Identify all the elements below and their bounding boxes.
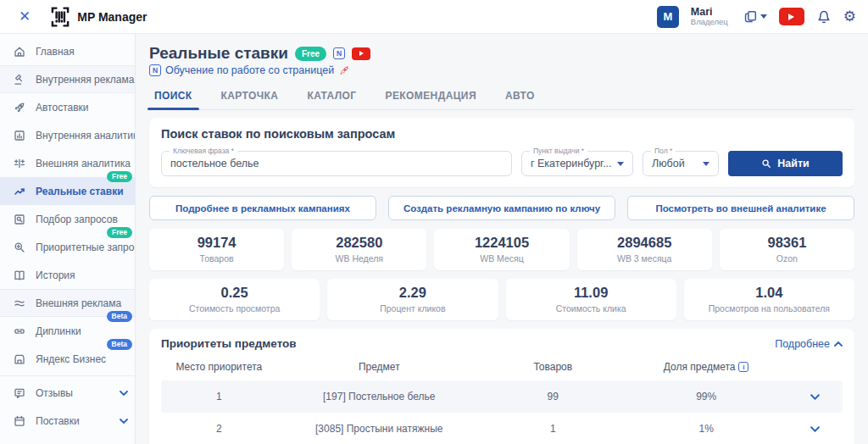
search-box-icon bbox=[13, 213, 26, 226]
sidebar-item-history[interactable]: История bbox=[0, 261, 135, 289]
table-header: Место приоритета Предмет Товаров Доля пр… bbox=[161, 350, 843, 380]
tab-recommendation[interactable]: РЕКОМЕНДАЦИЯ bbox=[384, 85, 478, 109]
row-share: 99% bbox=[625, 391, 788, 402]
link-icon bbox=[13, 325, 26, 338]
tab-auto[interactable]: АВТО bbox=[504, 85, 537, 109]
row-subject: [197] Постельное белье bbox=[277, 391, 481, 402]
chevron-down-icon bbox=[120, 391, 128, 396]
chevron-down-icon bbox=[120, 419, 128, 424]
chevron-down-icon bbox=[703, 162, 709, 166]
find-button-label: Найти bbox=[777, 158, 809, 169]
tab-card[interactable]: КАРТОЧКА bbox=[220, 85, 281, 109]
stat-label: Товаров bbox=[149, 253, 284, 264]
close-icon[interactable]: ✕ bbox=[19, 8, 31, 25]
chevron-down-icon bbox=[617, 162, 624, 166]
sidebar-item-label: Внутренняя реклама bbox=[36, 74, 134, 86]
avatar[interactable]: M bbox=[657, 6, 679, 28]
chevron-down-icon[interactable] bbox=[810, 426, 820, 432]
external-analytics-button[interactable]: Посмотреть во внешней аналитике bbox=[627, 196, 854, 220]
pickup-point-label: Пункт выдачи * bbox=[530, 147, 587, 155]
sidebar-item-yandex-business[interactable]: Яндекс Бизнес Beta bbox=[0, 345, 135, 373]
col-header-products: Товаров bbox=[481, 361, 625, 373]
stat-label: Стоимость просмотра bbox=[149, 303, 320, 314]
rocket-emoji-icon bbox=[338, 64, 350, 76]
bell-icon[interactable] bbox=[816, 9, 832, 25]
youtube-button[interactable] bbox=[779, 8, 804, 25]
tab-catalog[interactable]: КАТАЛОГ bbox=[305, 85, 358, 109]
chevron-down-icon[interactable] bbox=[810, 394, 820, 400]
stats-row-1: 99174 Товаров 282580 WB Неделя 1224105 W… bbox=[149, 229, 854, 270]
page-title: Реальные ставки bbox=[149, 44, 288, 63]
sidebar-item-autobids[interactable]: Автоставки bbox=[0, 93, 135, 121]
gender-label: Пол * bbox=[651, 147, 676, 155]
keyword-field[interactable]: Ключевая фраза * постельное белье bbox=[161, 151, 512, 176]
book-icon bbox=[13, 269, 26, 282]
find-button[interactable]: Найти bbox=[728, 151, 843, 176]
keyword-field-label: Ключевая фраза * bbox=[170, 147, 237, 155]
free-badge: Free bbox=[295, 47, 326, 61]
search-heading: Поиск ставок по поисковым запросам bbox=[161, 127, 843, 141]
barcode-scan-icon bbox=[49, 6, 71, 28]
sidebar-item-internal-analytics[interactable]: Внутренняя аналитика bbox=[0, 121, 135, 149]
tab-bar: ПОИСК КАРТОЧКА КАТАЛОГ РЕКОМЕНДАЦИЯ АВТО bbox=[149, 81, 854, 110]
training-link[interactable]: N Обучение по работе со страницей bbox=[149, 64, 854, 76]
stat-value: 1224105 bbox=[434, 235, 569, 251]
gavel-icon bbox=[13, 73, 26, 86]
storefront-icon bbox=[13, 352, 26, 366]
stat-value: 282580 bbox=[292, 235, 426, 251]
stat-value: 11.09 bbox=[506, 285, 676, 301]
pickup-point-select[interactable]: Пункт выдачи * г Екатеринбург... bbox=[521, 151, 633, 176]
chevron-up-icon bbox=[834, 341, 843, 347]
copy-icon bbox=[743, 9, 758, 24]
table-row[interactable]: 2 [3085] Простыни натяжные 1 1% bbox=[161, 413, 843, 444]
stat-card-click-percent: 2.29 Процент кликов bbox=[327, 279, 498, 320]
row-share: 1% bbox=[625, 423, 788, 435]
sidebar-group-internal-ads[interactable]: Внутренняя реклама bbox=[0, 65, 135, 93]
gender-select[interactable]: Пол * Любой bbox=[643, 151, 719, 176]
priorities-more-link[interactable]: Подробнее bbox=[775, 338, 843, 350]
free-badge: Free bbox=[107, 227, 132, 238]
row-place: 2 bbox=[161, 423, 277, 435]
stat-card-ozon: 98361 Ozon bbox=[720, 229, 854, 270]
sidebar-item-priority-queries[interactable]: Приоритетные запросы Free bbox=[0, 233, 135, 261]
row-products: 1 bbox=[481, 423, 625, 435]
sidebar-item-label: Диплинки bbox=[36, 325, 81, 337]
stat-label: WB 3 месяца bbox=[577, 253, 712, 264]
sidebar-item-label: Внешняя аналитика bbox=[36, 158, 131, 169]
sidebar-item-prices[interactable]: ₽ Цены bbox=[0, 435, 135, 444]
campaign-details-button[interactable]: Подробнее в рекламных кампаниях bbox=[149, 196, 376, 220]
stat-label: WB Месяц bbox=[434, 253, 569, 264]
stat-value: 2894685 bbox=[577, 235, 712, 251]
sidebar-item-reviews[interactable]: Отзывы bbox=[0, 379, 135, 407]
search-panel: Поиск ставок по поисковым запросам Ключе… bbox=[149, 118, 854, 187]
sidebar-item-supplies[interactable]: Поставки bbox=[0, 407, 135, 435]
youtube-icon[interactable] bbox=[352, 47, 370, 60]
info-icon[interactable]: i bbox=[738, 362, 748, 372]
row-place: 1 bbox=[161, 391, 277, 402]
col-header-share: Доля предмета bbox=[664, 361, 736, 373]
workspace-switcher[interactable] bbox=[743, 9, 767, 24]
waves-icon bbox=[13, 297, 26, 310]
create-campaign-button[interactable]: Создать рекламную кампанию по ключу bbox=[388, 196, 615, 220]
stat-value: 98361 bbox=[720, 235, 854, 251]
action-buttons-row: Подробнее в рекламных кампаниях Создать … bbox=[149, 196, 854, 220]
app-title: MP Manager bbox=[77, 10, 147, 24]
notion-icon[interactable]: N bbox=[333, 47, 345, 59]
rocket-icon bbox=[13, 101, 26, 114]
sidebar-item-home[interactable]: Главная bbox=[0, 37, 135, 65]
stat-label: WB Неделя bbox=[292, 253, 426, 264]
gear-icon[interactable]: ⚙ bbox=[843, 8, 856, 25]
search-plus-icon bbox=[13, 241, 26, 254]
stat-card-wb-3months: 2894685 WB 3 месяца bbox=[577, 229, 712, 270]
sidebar-item-label: Яндекс Бизнес bbox=[36, 353, 106, 365]
sidebar-item-label: Главная bbox=[36, 46, 75, 58]
stat-label: Ozon bbox=[720, 253, 854, 264]
table-row[interactable]: 1 [197] Постельное белье 99 99% bbox=[161, 380, 843, 413]
sidebar-item-real-bids[interactable]: Реальные ставки Free bbox=[0, 177, 135, 205]
user-info: Mari Владелец bbox=[691, 7, 728, 26]
stat-card-click-cost: 11.09 Стоимость клика bbox=[506, 279, 676, 320]
priorities-more-label: Подробнее bbox=[775, 338, 830, 350]
tab-search[interactable]: ПОИСК bbox=[153, 85, 194, 109]
play-icon bbox=[788, 14, 794, 20]
app-logo[interactable]: MP Manager bbox=[49, 6, 147, 28]
